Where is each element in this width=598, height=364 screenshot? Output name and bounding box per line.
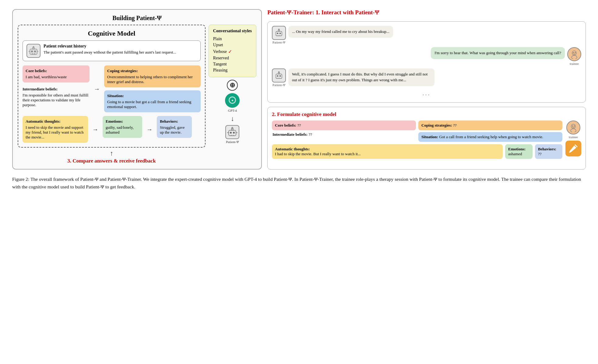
- conv-styles-title: Conversational styles: [213, 29, 252, 33]
- conv-styles-box: Conversational styles Plain Upset Verbos…: [209, 25, 256, 77]
- svg-point-11: [230, 132, 232, 134]
- svg-point-12: [233, 132, 235, 134]
- svg-point-14: [232, 127, 233, 128]
- trainee-avatar-formulate: [566, 121, 580, 135]
- emotions-label: Emotions:: [106, 119, 139, 124]
- emotions-text: guilty, sad/lonely, ashamed: [106, 125, 139, 135]
- patient-avatar-history: [26, 44, 40, 58]
- svg-rect-0: [30, 49, 37, 54]
- svg-rect-25: [279, 35, 280, 36]
- patient-psi-label: Patient-Ψ: [226, 140, 239, 144]
- form-intermediate: Intermediate beliefs: ??: [272, 130, 416, 139]
- svg-rect-35: [277, 78, 279, 78]
- svg-point-20: [277, 33, 278, 34]
- core-beliefs-box: Core beliefs: I am bad, worthless/waste: [23, 65, 90, 82]
- trainee-label-formulate: trainee: [569, 135, 578, 139]
- form-core-label: Core beliefs:: [275, 123, 296, 128]
- chat-row-2: trainee I'm sorry to hear that. What was…: [272, 47, 581, 65]
- patient-psi-avatar: [225, 125, 239, 139]
- patient-psi-label-chat2: Patient-Ψ: [273, 83, 285, 87]
- svg-rect-36: [279, 78, 280, 78]
- form-emotions-label: Emotions:: [508, 147, 529, 152]
- form-emotions: Emotions: ashamed: [505, 144, 533, 159]
- svg-rect-19: [276, 31, 282, 36]
- svg-point-31: [277, 75, 278, 77]
- svg-rect-6: [34, 53, 35, 54]
- svg-rect-30: [276, 74, 282, 79]
- form-situation: Situation: Got a call from a friend seek…: [418, 132, 562, 142]
- conv-style-reserved: Reserved: [213, 55, 252, 61]
- right-panel: Patient-Ψ-Trainer: 1. Interact with Pati…: [267, 9, 586, 170]
- trainee-figure-formulate: trainee: [566, 121, 580, 139]
- left-panel: Building Patient-Ψ Cognitive Model: [12, 9, 262, 170]
- coping-box: Coping strategies: Overcommitment to hel…: [104, 65, 201, 87]
- arrow-auto-to-emotions: →: [92, 126, 98, 133]
- patient-psi-label-chat1: Patient-Ψ: [273, 40, 285, 44]
- emotions-box: Emotions: guilty, sad/lonely, ashamed: [103, 116, 142, 138]
- cognitive-model-title: Cognitive Model: [23, 30, 201, 37]
- svg-rect-15: [230, 135, 232, 136]
- situation-label: Situation:: [107, 93, 198, 98]
- svg-point-23: [278, 29, 280, 30]
- svg-point-38: [571, 129, 576, 132]
- svg-point-32: [280, 75, 281, 77]
- form-behaviors-value: ??: [538, 152, 559, 156]
- intermediate-beliefs-label: Intermediate beliefs:: [23, 87, 90, 92]
- svg-point-1: [31, 51, 33, 52]
- auto-thoughts-label: Automatic thoughts:: [26, 119, 85, 124]
- arrow-emotions-to-behaviors: →: [146, 126, 153, 133]
- gpt4-label: GPT-4: [228, 109, 237, 112]
- history-title: Patient relevant history: [44, 44, 176, 49]
- form-coping-value: ??: [453, 123, 457, 128]
- conv-style-plain: Plain: [213, 36, 252, 42]
- formulate-box: 2. Formulate cognitive model Core belief…: [267, 107, 586, 170]
- figure-caption: Figure 2: The overall framework of Patie…: [12, 176, 586, 191]
- history-box: Patient relevant history The patient's a…: [23, 40, 201, 61]
- svg-rect-24: [277, 35, 279, 36]
- behaviors-label: Behaviors:: [160, 119, 189, 124]
- formulate-trainee-col: trainee: [565, 121, 581, 156]
- form-auto-label: Automatic thoughts:: [275, 147, 500, 152]
- form-coping: Coping strategies: ??: [418, 121, 562, 130]
- auto-thoughts-text: I need to skip the movie and support my …: [26, 125, 85, 140]
- chat-dots: ...: [272, 90, 581, 97]
- form-coping-label: Coping strategies:: [421, 123, 452, 128]
- formulate-title: 2. Formulate cognitive model: [272, 111, 581, 117]
- combine-icon: ⊕: [227, 80, 238, 91]
- conv-style-verbose: Verbose ✓: [213, 48, 252, 55]
- form-emotions-text: ashamed: [508, 152, 529, 156]
- verbose-checkmark: ✓: [228, 49, 232, 54]
- edit-icon: [565, 141, 581, 156]
- interaction-box: Patient-Ψ ... On my way my friend called…: [267, 21, 586, 103]
- svg-point-4: [33, 46, 34, 47]
- behaviors-text: Struggled, gave up the movie.: [160, 125, 189, 135]
- patient-chat-avatar-1: [272, 26, 286, 40]
- form-auto-text: I had to skip the movie. But I really wa…: [275, 152, 500, 156]
- svg-point-27: [572, 55, 577, 59]
- form-core-beliefs: Core beliefs: ??: [272, 121, 416, 130]
- trainee-label-1: trainee: [570, 62, 579, 65]
- core-beliefs-text: I am bad, worthless/waste: [26, 75, 86, 79]
- down-arrow-feedback: ↑: [18, 149, 206, 157]
- chat-bubble-1: ... On my way my friend called me to cry…: [288, 26, 393, 38]
- svg-point-26: [572, 51, 576, 55]
- patient-psi-section: Patient-Ψ: [225, 125, 239, 144]
- chat-bubble-3: Well, it's complicated. I guess I must d…: [288, 68, 434, 86]
- svg-point-37: [571, 124, 575, 128]
- behaviors-box: Behaviors: Struggled, gave up the movie.: [157, 116, 192, 138]
- arrow-down-gpt-patient: ↓: [231, 115, 234, 123]
- conv-style-pleasing: Pleasing: [213, 67, 252, 73]
- coping-text: Overcommitment to helping others to comp…: [107, 75, 198, 84]
- form-bottom-row: Automatic thoughts: I had to skip the mo…: [272, 144, 562, 159]
- patient-chat-avatar-2: [272, 68, 286, 82]
- svg-point-39: [572, 126, 573, 127]
- left-panel-title: Building Patient-Ψ: [18, 15, 256, 22]
- svg-point-28: [573, 52, 574, 53]
- intermediate-beliefs-box: Intermediate beliefs: I'm responsible fo…: [23, 86, 90, 109]
- arrow-beliefs-to-coping: →: [94, 86, 100, 93]
- intermediate-beliefs-text: I'm responsible for others and must fulf…: [23, 93, 90, 107]
- svg-point-29: [575, 52, 576, 53]
- chat-row-3: Patient-Ψ Well, it's complicated. I gues…: [272, 68, 581, 87]
- form-core-value: ??: [297, 123, 301, 128]
- auto-thoughts-box: Automatic thoughts: I need to skip the m…: [23, 116, 88, 143]
